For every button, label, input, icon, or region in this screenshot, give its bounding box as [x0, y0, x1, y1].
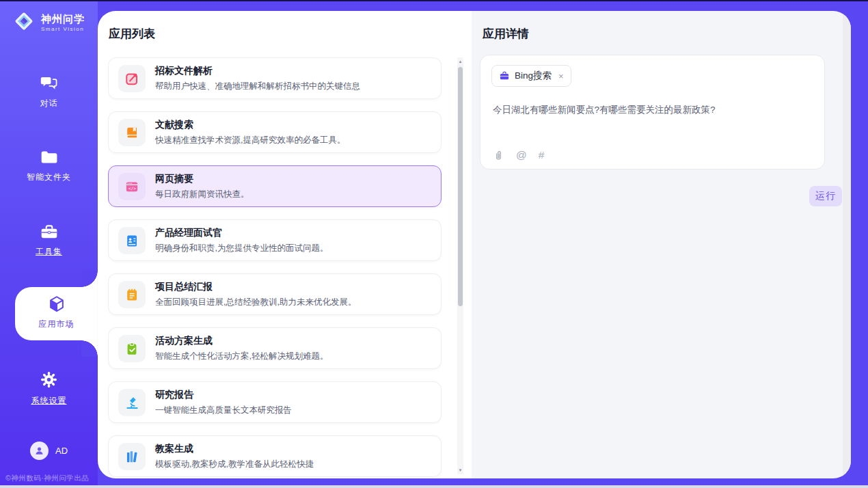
- app-card-title: 文献搜索: [155, 119, 345, 131]
- scrollbar-down-arrow-icon[interactable]: ▼: [457, 467, 463, 473]
- tool-chip-bing-search[interactable]: Bing搜索 ×: [491, 65, 571, 87]
- app-card-招标文件解析[interactable]: 招标文件解析帮助用户快速、准确地理解和解析招标书中的关键信息: [108, 57, 442, 99]
- active-tab-fillet-bottom: [81, 340, 98, 357]
- detail-scrollbar-track[interactable]: [843, 11, 851, 478]
- hash-icon[interactable]: #: [539, 150, 545, 161]
- books-icon: [118, 443, 146, 470]
- user-name: AD: [55, 446, 68, 456]
- gear-icon: [40, 379, 58, 391]
- app-card-title: 产品经理面试官: [155, 227, 328, 239]
- mention-icon[interactable]: @: [516, 150, 527, 161]
- edit-doc-icon: [118, 65, 146, 92]
- app-card-项目总结汇报[interactable]: 项目总结汇报全面回顾项目进展,总结经验教训,助力未来优化发展。: [108, 273, 442, 315]
- app-detail-panel: 应用详情 Bing搜索 × 今日湖北有哪些新闻要点?有哪些需要关注的最新政策?: [472, 11, 851, 478]
- app-card-texts: 招标文件解析帮助用户快速、准确地理解和解析招标书中的关键信息: [155, 65, 360, 92]
- app-card-title: 教案生成: [155, 443, 314, 455]
- scrollbar-up-arrow-icon[interactable]: ▲: [457, 59, 463, 64]
- app-card-title: 研究报告: [155, 389, 292, 401]
- logo-subtitle: Smart Vision: [41, 27, 85, 32]
- app-card-title: 项目总结汇报: [155, 281, 356, 293]
- notepad-icon: [118, 281, 146, 308]
- app-card-texts: 网页摘要每日政府新闻资讯快查。: [155, 173, 249, 200]
- app-card-desc: 帮助用户快速、准确地理解和解析招标书中的关键信息: [155, 81, 360, 92]
- main-content: 应用列表 招标文件解析帮助用户快速、准确地理解和解析招标书中的关键信息 文献搜索…: [98, 11, 851, 478]
- app-card-网页摘要[interactable]: </> 网页摘要每日政府新闻资讯快查。: [108, 165, 442, 207]
- sidebar-item-对话[interactable]: 对话: [0, 74, 98, 109]
- app-list-scrollbar[interactable]: ▲ ▼: [457, 57, 463, 474]
- scrollbar-thumb[interactable]: [458, 67, 463, 306]
- tool-chip-label: Bing搜索: [515, 70, 552, 82]
- active-tab-fillet-top: [81, 271, 98, 287]
- app-list: 招标文件解析帮助用户快速、准确地理解和解析招标书中的关键信息 文献搜索快速精准查…: [108, 57, 442, 478]
- briefcase-icon: [499, 70, 510, 81]
- app-card-desc: 一键智能生成高质量长文本研究报告: [155, 405, 292, 416]
- window-top-edge: [0, 0, 868, 1]
- microscope-icon: [118, 389, 146, 416]
- app-card-title: 活动方案生成: [155, 335, 328, 347]
- prompt-card: Bing搜索 × 今日湖北有哪些新闻要点?有哪些需要关注的最新政策? @ #: [480, 55, 825, 170]
- sidebar: 神州问学 Smart Vision 对话 智能文件夹 工具集 应用市场: [0, 1, 98, 485]
- sidebar-item-系统设置[interactable]: 系统设置: [0, 370, 98, 407]
- app-card-desc: 模板驱动,教案秒成,教学准备从此轻松快捷: [155, 459, 314, 470]
- sidebar-item-label: 工具集: [0, 246, 98, 258]
- clipboard-check-icon: [118, 335, 146, 362]
- app-card-desc: 明确身份和职责,为您提供专业性的面试问题。: [155, 243, 328, 254]
- app-detail-title: 应用详情: [483, 26, 529, 42]
- app-card-texts: 项目总结汇报全面回顾项目进展,总结经验教训,助力未来优化发展。: [155, 281, 356, 308]
- sidebar-item-label: 应用市场: [15, 318, 98, 330]
- attachment-icon[interactable]: [493, 149, 504, 161]
- app-card-desc: 每日政府新闻资讯快查。: [155, 189, 249, 200]
- logo-title: 神州问学: [41, 14, 85, 24]
- app-card-title: 招标文件解析: [155, 65, 360, 77]
- copyright-footer: ©神州数码·神州问学出品: [5, 474, 89, 483]
- book-icon: [118, 119, 146, 146]
- sidebar-item-label: 对话: [0, 98, 98, 109]
- app-card-texts: 研究报告一键智能生成高质量长文本研究报告: [155, 389, 292, 416]
- prompt-text[interactable]: 今日湖北有哪些新闻要点?有哪些需要关注的最新政策?: [493, 103, 812, 117]
- browser-code-icon: </>: [118, 173, 146, 200]
- user-account[interactable]: AD: [0, 442, 98, 460]
- app-list-title: 应用列表: [109, 26, 155, 42]
- app-list-panel: 应用列表 招标文件解析帮助用户快速、准确地理解和解析招标书中的关键信息 文献搜索…: [98, 11, 472, 478]
- chip-close-icon[interactable]: ×: [558, 71, 564, 81]
- sidebar-item-应用市场-active[interactable]: 应用市场: [15, 287, 98, 340]
- app-card-教案生成[interactable]: 教案生成模板驱动,教案秒成,教学准备从此轻松快捷: [108, 435, 442, 477]
- app-card-texts: 教案生成模板驱动,教案秒成,教学准备从此轻松快捷: [155, 443, 314, 470]
- app-card-texts: 活动方案生成智能生成个性化活动方案,轻松解决规划难题。: [155, 335, 328, 362]
- resume-icon: [118, 227, 146, 254]
- app-card-研究报告[interactable]: 研究报告一键智能生成高质量长文本研究报告: [108, 381, 442, 423]
- app-card-texts: 文献搜索快速精准查找学术资源,提高研究效率的必备工具。: [155, 119, 345, 146]
- sidebar-item-label: 智能文件夹: [0, 172, 98, 183]
- sidebar-item-label: 系统设置: [0, 395, 98, 407]
- app-logo: 神州问学 Smart Vision: [12, 10, 85, 36]
- app-card-文献搜索[interactable]: 文献搜索快速精准查找学术资源,提高研究效率的必备工具。: [108, 111, 442, 153]
- app-card-title: 网页摘要: [155, 173, 249, 185]
- app-card-desc: 快速精准查找学术资源,提高研究效率的必备工具。: [155, 135, 345, 146]
- run-button[interactable]: 运行: [809, 186, 842, 206]
- app-card-texts: 产品经理面试官明确身份和职责,为您提供专业性的面试问题。: [155, 227, 328, 254]
- folder-icon: [40, 156, 59, 167]
- cube-icon: [47, 295, 66, 316]
- sidebar-item-智能文件夹[interactable]: 智能文件夹: [0, 149, 98, 183]
- person-icon: [30, 442, 49, 460]
- app-card-desc: 全面回顾项目进展,总结经验教训,助力未来优化发展。: [155, 297, 356, 308]
- svg-text:</>: </>: [128, 186, 136, 191]
- window-bottom-edge: [0, 485, 868, 488]
- app-card-desc: 智能生成个性化活动方案,轻松解决规划难题。: [155, 351, 328, 362]
- sidebar-item-工具集[interactable]: 工具集: [0, 223, 98, 258]
- gem-logo-icon: [12, 10, 36, 36]
- toolbox-icon: [40, 230, 59, 242]
- app-card-产品经理面试官[interactable]: 产品经理面试官明确身份和职责,为您提供专业性的面试问题。: [108, 219, 442, 261]
- input-toolbar: @ #: [493, 149, 544, 161]
- chat-icon: [40, 82, 59, 94]
- app-card-活动方案生成[interactable]: 活动方案生成智能生成个性化活动方案,轻松解决规划难题。: [108, 327, 442, 369]
